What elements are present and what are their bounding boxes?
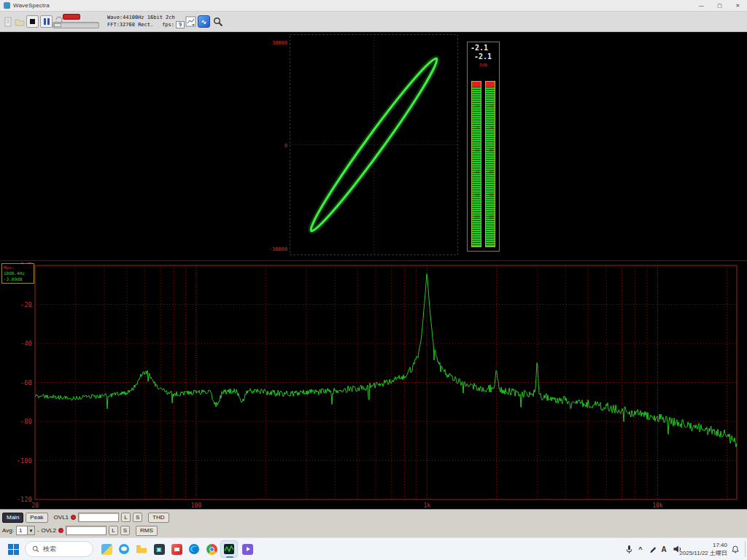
overlay2-input[interactable] [66,526,107,535]
overlay1-load-button[interactable]: L [121,513,131,522]
taskbar-media-app[interactable] [239,540,256,558]
x-axis-tick-label: 100 [191,502,202,509]
mail-app-icon [171,544,182,555]
position-slider[interactable] [53,22,99,28]
meter-tick-label: -20 [472,126,481,130]
search-input[interactable]: 検索 [25,541,93,557]
wave-display-button[interactable]: ∿ [198,15,210,28]
active-app-indicator [226,556,233,558]
graph-settings-button[interactable] [185,15,197,28]
search-placeholder: 検索 [43,545,56,554]
microphone-tray-icon[interactable] [623,543,635,555]
taskbar-edge-browser[interactable] [185,540,203,558]
meter-tick-label: -50 [472,193,481,197]
notification-bell[interactable] [729,543,741,555]
clock-time: 17:40 [679,541,727,549]
start-button[interactable] [6,542,21,557]
overlay2-load-button[interactable]: L [109,526,118,535]
rms-button[interactable]: RMS [136,526,158,536]
x-axis-tick-label: 10k [652,502,663,509]
pen-tray-icon[interactable] [646,543,658,555]
peak-db-value: -3.09dB [4,276,32,282]
pause-icon [44,18,50,25]
ovl2-led [58,528,63,533]
media-app-icon [242,544,253,555]
slider-thumb[interactable] [54,23,61,27]
window-title: WaveSpectra [13,2,50,9]
pen-icon [649,545,657,553]
y-axis-tick-label: -100 [16,457,32,464]
peak-readout-box: Max: 1000.4Hz -3.09dB [1,263,34,284]
meter-tick-label: -40 [472,171,481,174]
taskbar-file-explorer[interactable] [133,540,150,558]
stop-button[interactable] [26,15,39,28]
y-axis-tick-label: -20 [20,301,32,308]
app-icon [4,2,10,9]
chrome-icon [206,544,217,555]
y-axis-tick-label: -80 [20,418,32,425]
taskbar-mail-app[interactable] [168,540,185,558]
pause-button[interactable] [40,15,53,28]
avg-select[interactable]: 1 ▼ [16,526,35,535]
taskbar-wavespectra-active[interactable] [220,540,238,558]
minimize-button[interactable]: — [692,0,711,11]
meter-tick-label: -60 [486,215,495,219]
rec-indicator [63,14,80,20]
meter-tick-label: -60 [472,215,481,219]
thd-button[interactable]: THD [148,513,169,523]
main-button[interactable]: Main [2,513,23,523]
meter-right-value: -2.1 [474,52,492,61]
peak-freq-value: 1000.4Hz [4,271,32,276]
taskbar-widgets-icon[interactable] [98,540,115,558]
peak-button[interactable]: Peak [26,513,47,523]
wave-format-text: Wave:44100Hz 16bit 2ch [107,14,185,21]
close-button[interactable]: ✕ [729,0,747,11]
meter-tick-label: -10 [472,104,481,108]
spectrum-plot: 0dB-20-40-60-80-100-120201001k10k [0,261,747,510]
fft-format-text: FFT:32768 Rect. [107,21,153,28]
meter-tick-label: -50 [486,193,495,197]
clock-date: 2025/11/22 土曜日 [679,549,727,557]
toolbar: Wave:44100Hz 16bit 2ch FFT:32768 Rect. f… [0,12,747,32]
maximize-button[interactable]: ▢ [711,0,729,11]
taskbar: 検索 ▣ [0,537,747,560]
tray-overflow-chevron[interactable]: ^ [635,543,646,555]
ime-mode-indicator[interactable]: A [658,543,670,555]
taskbar-chat-app[interactable] [115,540,133,558]
search-icon [32,545,39,553]
folder-icon [136,543,147,555]
meter-bars: -10-20-30-40-50-60 -10-20-30-40-50-60 [468,81,499,247]
y-axis-tick-label: -60 [20,379,32,386]
dash-label: - [37,527,39,534]
control-bar: Main Peak OVL1 L S THD Avg: 1 ▼ - OVL2 L… [0,509,747,537]
chevron-down-icon[interactable]: ▼ [27,526,34,534]
overlay1-save-button[interactable]: S [133,513,142,522]
scope-panel: 30000 0 -30000 -2.1 -2.1 0dB -10-20-30-4… [0,32,747,260]
taskbar-chrome-browser[interactable] [203,540,220,558]
chat-bubble-icon [118,543,130,555]
overlay1-input[interactable] [78,513,119,522]
fps-value: 9 [176,21,185,28]
microphone-icon [625,545,633,554]
level-meter-panel: -2.1 -2.1 0dB -10-20-30-40-50-60 -10-20-… [467,42,500,252]
ovl2-label: OVL2 [42,527,56,534]
widgets-icon [101,544,112,555]
new-file-icon[interactable] [3,17,13,27]
lissajous-display [290,34,458,255]
y-axis-tick-label: -120 [16,496,32,503]
config-button[interactable] [212,15,224,28]
meter-bar-left: -10-20-30-40-50-60 [471,81,481,247]
stream-info: Wave:44100Hz 16bit 2ch FFT:32768 Rect. f… [107,14,185,28]
meter-tick-label: -30 [472,149,481,152]
open-file-icon[interactable] [15,17,25,27]
spectrum-panel: 0dB-20-40-60-80-100-120201001k10k Max: 1… [0,260,747,509]
overlay2-save-button[interactable]: S [120,526,130,535]
wavespectra-icon [223,543,235,555]
meter-tick-label: -30 [486,149,495,152]
taskbar-clock[interactable]: 17:40 2025/11/22 土曜日 [679,541,727,557]
taskbar-dark-app[interactable]: ▣ [150,540,168,558]
meter-tick-label: -20 [486,126,495,130]
dark-app-icon: ▣ [154,544,165,555]
x-axis-tick-label: 1k [423,502,430,509]
avg-value: 1 [19,527,22,534]
